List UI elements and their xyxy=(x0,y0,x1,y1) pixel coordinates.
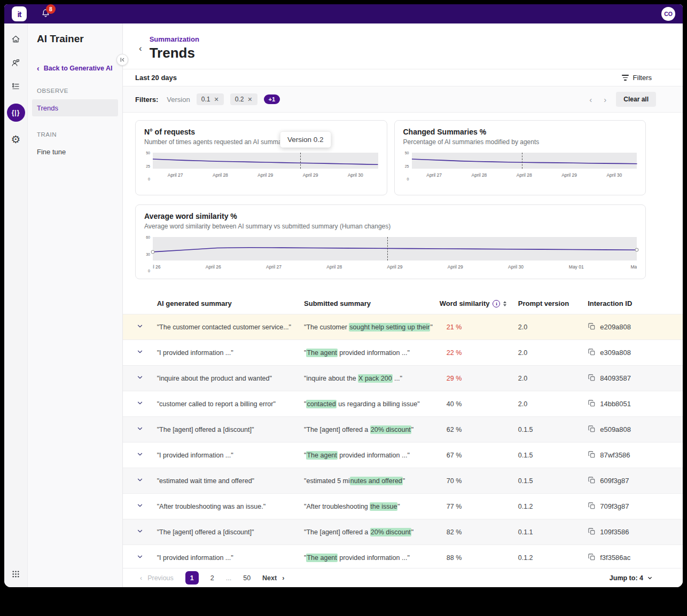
sidebar-item-trends[interactable]: Trends xyxy=(32,99,118,116)
chart-subtitle: Average word similarity between AI summa… xyxy=(144,223,637,230)
clear-all-button[interactable]: Clear all xyxy=(616,92,656,107)
expand-row-icon[interactable] xyxy=(136,427,144,434)
x-axis: April 26April 26April 27April 28April 29… xyxy=(153,263,637,271)
expand-row-icon[interactable] xyxy=(136,375,144,383)
copy-icon[interactable] xyxy=(588,348,596,358)
previous-page-button[interactable]: ‹ Previous xyxy=(140,574,174,582)
page-1-button[interactable]: 1 xyxy=(185,571,199,585)
collapse-sidebar-button[interactable] xyxy=(116,54,128,66)
interaction-id-value: 609f3g87 xyxy=(600,477,629,485)
back-to-generative-ai-link[interactable]: ‹ Back to Generative AI xyxy=(37,64,118,73)
pagination-bar: ‹ Previous 1 2 ... 50 Next › Jump to: 4 xyxy=(123,568,683,587)
x-tick-label: April 29 xyxy=(303,172,318,178)
pages-ellipsis: ... xyxy=(226,574,231,582)
sort-icon[interactable] xyxy=(503,301,506,306)
back-link-label: Back to Generative AI xyxy=(44,65,113,72)
copy-icon[interactable] xyxy=(588,322,596,332)
x-axis: April 27April 28April 29April 29April 30 xyxy=(153,171,378,179)
page-2-button[interactable]: 2 xyxy=(210,574,214,582)
table-row[interactable]: "I provided information ...""The agent p… xyxy=(123,545,683,571)
brand-logo[interactable]: it xyxy=(12,6,27,21)
word-similarity-value: 29 % xyxy=(440,375,462,382)
prompt-version-value: 0.1.5 xyxy=(518,426,533,433)
copy-icon[interactable] xyxy=(588,425,596,435)
diff-highlight: 20% discount xyxy=(370,425,411,434)
table-row[interactable]: "customer called to report a billing err… xyxy=(123,391,683,417)
table-row[interactable]: "The customer contacted customer service… xyxy=(123,314,683,340)
table-row[interactable]: "The [agent] offered a [discount]""The [… xyxy=(123,417,683,443)
copy-icon[interactable] xyxy=(588,527,596,537)
filters-next-chevron[interactable]: › xyxy=(602,95,608,104)
prompt-version-value: 2.0 xyxy=(518,375,527,382)
filter-chip-0-2[interactable]: 0.2 ✕ xyxy=(230,93,257,105)
diff-highlight: nutes and offered xyxy=(350,477,403,485)
notification-badge: 8 xyxy=(46,4,56,14)
table-row[interactable]: "estimated wait time and offered""estima… xyxy=(123,468,683,494)
x-tick-label: April 28 xyxy=(213,172,228,178)
apps-grid-icon[interactable] xyxy=(10,568,22,580)
diff-highlight: contacted xyxy=(306,400,336,408)
line-series xyxy=(412,153,637,169)
y-tick-label: 50 xyxy=(405,151,409,155)
submitted-summary-text: provided information ..." xyxy=(338,349,410,357)
page-header: ‹ Summarization Trends xyxy=(123,23,683,61)
page-50-button[interactable]: 50 xyxy=(243,574,251,582)
table-row[interactable]: "inquire about the product and wanted""i… xyxy=(123,366,683,391)
diff-highlight: The agent xyxy=(306,554,337,562)
agents-icon[interactable] xyxy=(10,57,22,68)
series-endpoint-marker xyxy=(635,248,639,252)
ai-trainer-icon[interactable]: {|} xyxy=(7,104,25,122)
filters-prev-chevron[interactable]: ‹ xyxy=(587,95,594,104)
submitted-summary-cell: "estimated 5 minutes and offered" xyxy=(304,468,440,494)
expand-row-icon[interactable] xyxy=(136,350,144,357)
more-filters-chip[interactable]: +1 xyxy=(264,94,280,104)
expand-row-icon[interactable] xyxy=(136,324,144,331)
home-icon[interactable] xyxy=(10,33,22,45)
filter-chip-0-1[interactable]: 0.1 ✕ xyxy=(197,93,224,105)
copy-icon[interactable] xyxy=(588,502,596,511)
y-tick-label: 25 xyxy=(405,164,409,168)
flows-icon[interactable] xyxy=(10,80,22,92)
copy-icon[interactable] xyxy=(588,451,596,460)
sidebar-section-train: TRAIN xyxy=(32,131,118,138)
info-icon[interactable]: i xyxy=(493,300,500,307)
summaries-table: AI generated summary Submitted summary W… xyxy=(123,294,683,571)
expand-row-icon[interactable] xyxy=(136,452,144,460)
ai-summary-text: "inquire about the product and wanted" xyxy=(157,375,272,382)
table-row[interactable]: "The [agent] offered a [discount]""The [… xyxy=(123,519,683,545)
changed-summaries-chart-card: Changed Summaries % Percentage of AI sum… xyxy=(394,120,646,195)
remove-chip-icon[interactable]: ✕ xyxy=(247,96,252,103)
submitted-summary-text: ..." xyxy=(393,375,402,382)
top-bar: it 8 CO xyxy=(4,4,683,23)
table-row[interactable]: "After troubleshooting was an issue.""Af… xyxy=(123,494,683,519)
expand-row-icon[interactable] xyxy=(136,529,144,536)
copy-icon[interactable] xyxy=(588,374,596,383)
active-filters-bar: Filters: Version 0.1 ✕ 0.2 ✕ +1 ‹ › Clea… xyxy=(123,86,683,113)
notifications-button[interactable]: 8 xyxy=(41,8,52,20)
chart-plot-area xyxy=(412,153,637,169)
expand-row-icon[interactable] xyxy=(136,401,144,408)
next-page-button[interactable]: Next › xyxy=(262,574,284,582)
copy-icon[interactable] xyxy=(588,476,596,486)
table-row[interactable]: "I provided information ...""The agent p… xyxy=(123,443,683,468)
submitted-summary-text: " xyxy=(430,323,432,331)
settings-icon[interactable]: ⚙ xyxy=(10,133,22,145)
user-avatar[interactable]: CO xyxy=(661,7,675,21)
expand-row-icon[interactable] xyxy=(136,478,144,485)
copy-icon[interactable] xyxy=(588,553,596,563)
remove-chip-icon[interactable]: ✕ xyxy=(214,96,218,103)
chart-subtitle: Percentage of AI summaries modified by a… xyxy=(403,138,637,146)
line-series xyxy=(153,153,378,169)
table-row[interactable]: "I provided information ...""The agent p… xyxy=(123,340,683,366)
series-endpoint-marker xyxy=(151,250,155,254)
expand-row-icon[interactable] xyxy=(136,503,144,511)
page-back-button[interactable]: ‹ xyxy=(139,44,142,53)
breadcrumb[interactable]: Summarization xyxy=(150,35,199,43)
jump-to-select[interactable]: Jump to: 4 xyxy=(610,574,653,582)
sidebar-item-fine-tune[interactable]: Fine tune xyxy=(32,143,118,160)
expand-row-icon[interactable] xyxy=(136,555,144,562)
chevron-left-icon: ‹ xyxy=(37,64,40,73)
copy-icon[interactable] xyxy=(588,399,596,409)
ai-summary-text: "customer called to report a billing err… xyxy=(157,400,276,408)
filters-button[interactable]: Filters xyxy=(622,74,652,82)
